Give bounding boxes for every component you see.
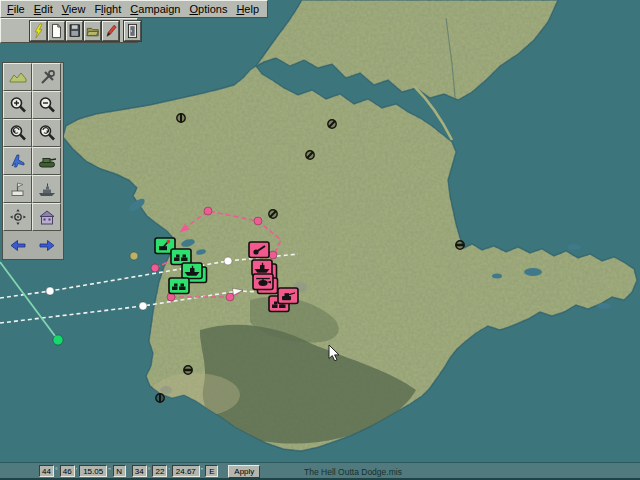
center-map-button[interactable] [3, 203, 32, 231]
aircraft-button[interactable] [3, 147, 32, 175]
red-pen-icon [103, 21, 118, 41]
undo-zoom-button[interactable] [3, 119, 32, 147]
jet-icon [8, 151, 28, 171]
zoom-out-button[interactable] [32, 91, 61, 119]
arrow-left-icon [8, 235, 28, 255]
airfield-icon[interactable] [177, 114, 185, 122]
lightning-icon [31, 21, 46, 41]
airfield-icon[interactable] [156, 394, 164, 402]
waypoint-dot[interactable] [226, 293, 234, 301]
airfield-icon[interactable] [184, 366, 192, 374]
mission-file-label: The Hell Outta Dodge.mis [66, 467, 640, 477]
waypoint-dot[interactable] [224, 257, 232, 265]
airfield-icon[interactable] [306, 151, 314, 159]
magnifier-plus-icon [8, 95, 28, 115]
warship-icon [37, 179, 57, 199]
tools-icon [37, 67, 57, 87]
waypoint-dot[interactable] [46, 287, 54, 295]
redo-zoom-button[interactable] [32, 119, 61, 147]
deg-symbol: ° [55, 467, 58, 475]
edit-mission-button[interactable] [102, 21, 119, 41]
menu-item-flight[interactable]: Flight [94, 3, 130, 15]
arrow-right-icon [37, 235, 57, 255]
ground-units-button[interactable] [32, 147, 61, 175]
air-defense-button[interactable] [3, 175, 32, 203]
waypoint-dot[interactable] [151, 264, 159, 272]
unit-icon-allied[interactable] [169, 278, 189, 294]
toolbar [0, 18, 138, 43]
open-mission-button[interactable] [84, 21, 101, 41]
mission-tools-button[interactable] [32, 63, 61, 91]
zoom-in-button[interactable] [3, 91, 32, 119]
navy-button[interactable] [32, 175, 61, 203]
campaign-map[interactable] [0, 0, 640, 480]
structures-button[interactable] [32, 203, 61, 231]
airfield-icon[interactable] [456, 241, 464, 249]
floppy-disk-icon [67, 21, 82, 41]
prev-button[interactable] [3, 231, 32, 259]
airfield-icon[interactable] [328, 120, 336, 128]
tool-palette [2, 62, 64, 260]
crosshair-icon [8, 207, 28, 227]
building-icon [37, 207, 57, 227]
door-icon [125, 21, 140, 41]
next-button[interactable] [32, 231, 61, 259]
terrain-icon [8, 67, 28, 87]
waypoint-dot[interactable] [204, 207, 212, 215]
waypoint-dot[interactable] [130, 252, 138, 260]
waypoint-dot[interactable] [254, 217, 262, 225]
menu-bar: FileEditViewFlightCampaignOptionsHelp [0, 0, 268, 18]
magnifier-minus-icon [37, 95, 57, 115]
magnifier-rotate-left-icon [8, 123, 28, 143]
save-mission-button[interactable] [66, 21, 83, 41]
radar-icon [8, 179, 28, 199]
new-document-icon [49, 21, 64, 41]
open-folder-icon [85, 21, 100, 41]
magnifier-rotate-right-icon [37, 123, 57, 143]
menu-item-options[interactable]: Options [189, 3, 236, 15]
waypoint-dot[interactable] [53, 335, 63, 345]
tank-icon [37, 151, 57, 171]
waypoint-dot[interactable] [269, 251, 277, 259]
menu-item-file[interactable]: File [7, 3, 34, 15]
lat-deg-field[interactable]: 44 [39, 465, 54, 477]
airfield-icon[interactable] [269, 210, 277, 218]
unit-icon-enemy[interactable] [249, 242, 269, 258]
menu-item-help[interactable]: Help [236, 3, 268, 15]
exit-button[interactable] [124, 21, 141, 41]
menu-item-campaign[interactable]: Campaign [130, 3, 189, 15]
quick-start-button[interactable] [30, 21, 47, 41]
unit-icon-enemy[interactable] [278, 288, 298, 304]
unit-icon-allied[interactable] [171, 249, 191, 265]
terrain-map-button[interactable] [3, 63, 32, 91]
waypoint-dot[interactable] [139, 302, 147, 310]
new-mission-button[interactable] [48, 21, 65, 41]
menu-item-view[interactable]: View [62, 3, 95, 15]
menu-item-edit[interactable]: Edit [34, 3, 62, 15]
city-blob [160, 386, 172, 394]
status-bar: 44 ° 46 ' 15.05 " N 34 ° 22 ' 24.67 " E … [0, 462, 640, 479]
